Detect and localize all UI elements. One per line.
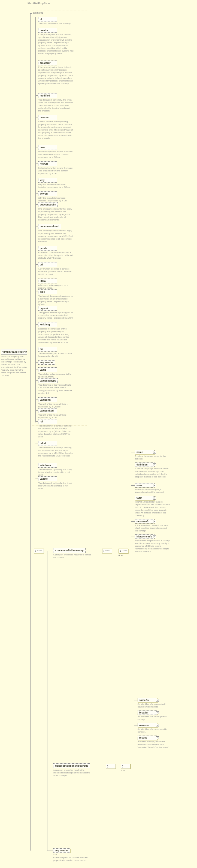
- element-node: hierarchyInfo+: [135, 534, 155, 539]
- element-note[interactable]: note+Additional natural language informa…: [135, 483, 170, 494]
- attribute-node: valueunit: [38, 397, 57, 402]
- element-hierarchyInfo[interactable]: hierarchyInfo+Represents the position of…: [135, 534, 170, 553]
- element-node: broader+: [138, 711, 157, 715]
- expand-icon[interactable]: +: [153, 520, 156, 523]
- attributes-frame: attributes idThe local identifier of the…: [32, 11, 87, 426]
- attribute-creatoruri[interactable]: creatoruriIf the property value is not d…: [38, 61, 73, 85]
- attribute-validto[interactable]: validtoThe date (and, optionally, the ti…: [38, 476, 73, 490]
- attribute-typeuri[interactable]: typeuriThe type of the concept assigned …: [38, 306, 73, 319]
- attribute-pubconstraint[interactable]: pubconstraintOne or many constraints tha…: [38, 202, 73, 221]
- element-name[interactable]: name+A natural language name for the con…: [135, 450, 170, 460]
- attribute-node: id: [38, 17, 57, 22]
- connector: [27, 352, 32, 352]
- attribute-name: how: [40, 146, 56, 149]
- attribute-name: qcode: [40, 247, 56, 250]
- attribute-validfrom[interactable]: validfromThe date (and, optionally, the …: [38, 463, 73, 476]
- expand-icon[interactable]: +: [156, 699, 159, 702]
- connector: [47, 850, 53, 851]
- attribute-name: creator: [40, 29, 56, 32]
- element-name: note: [136, 484, 142, 487]
- attribute-uri[interactable]: uriA URI which identifies a concept - ei…: [38, 262, 73, 276]
- attribute-any---other[interactable]: any ##other: [38, 360, 55, 365]
- expand-icon[interactable]: +: [156, 711, 159, 714]
- attribute-custom[interactable]: customIf set to true the corresponding p…: [38, 115, 73, 140]
- attribute-node: literal: [38, 279, 57, 283]
- attribute-dir[interactable]: dirThe directionality of textual content…: [38, 347, 73, 358]
- root-element-node[interactable]: rightsInfoExtProperty Extension Property…: [1, 349, 27, 377]
- connector: [47, 551, 48, 850]
- expand-icon[interactable]: +: [156, 736, 159, 739]
- attribute-name: reluri: [40, 442, 56, 445]
- attribute-reluri[interactable]: reluriThe identifier of a concept defini…: [38, 441, 73, 457]
- attribute-howuri[interactable]: howuriIndicates by which means the value…: [38, 161, 73, 175]
- expand-icon[interactable]: +: [153, 497, 156, 500]
- attribute-modified[interactable]: modifiedThe date (and, optionally, the t…: [38, 93, 73, 112]
- expand-icon[interactable]: +: [153, 535, 156, 538]
- attribute-why[interactable]: whyWhy the metadata has been included - …: [38, 178, 73, 189]
- attribute-value[interactable]: valueThe related value (see more in the …: [38, 367, 73, 378]
- attribute-doc: Indicates by which means the value was e…: [38, 167, 73, 175]
- attribute-doc: A URI which identifies a concept - eithe…: [38, 268, 73, 276]
- attribute-qcode[interactable]: qcodeA qualified code which identifies a…: [38, 246, 73, 259]
- attribute-id[interactable]: idThe local identifier of the property.: [38, 17, 71, 25]
- attribute-doc: The date (and, optionally, the time) whe…: [38, 99, 73, 112]
- attribute-rel[interactable]: relThe identifier of a concept defining …: [38, 419, 73, 438]
- attribute-node: whyuri: [38, 191, 57, 196]
- attribute-whyuri[interactable]: whyuriWhy the metadata has been included…: [38, 191, 73, 202]
- element-definition[interactable]: definition+A natural language definition…: [135, 463, 170, 478]
- element-sameAs[interactable]: sameAs+An identifier of a concept with e…: [138, 698, 173, 708]
- element-remoteInfo[interactable]: remoteInfo+A link to an item or a web re…: [135, 519, 170, 532]
- attribute-creator[interactable]: creatorIf the property value is not defi…: [38, 28, 73, 55]
- attribute-valueunit[interactable]: valueunitThe unit of the value attribute…: [38, 397, 73, 408]
- concept-definition-group-node[interactable]: ConceptDefinitionGroup A group of proper…: [53, 548, 92, 559]
- connector: [128, 551, 131, 551]
- attribute-node: how: [38, 145, 57, 150]
- attribute-node: value: [38, 367, 57, 372]
- expand-icon[interactable]: +: [153, 463, 156, 466]
- element-doc: An identifier of a more specific concept…: [138, 728, 173, 733]
- attribute-node: validto: [38, 476, 57, 481]
- expand-icon[interactable]: +: [153, 484, 156, 487]
- connector: [131, 450, 132, 652]
- attribute-doc: The local identifier of the property.: [38, 22, 71, 25]
- occurrence: 0..∞: [53, 853, 89, 856]
- attribute-valuedatatype[interactable]: valuedatatypeThe datatype of the value a…: [38, 378, 73, 395]
- expand-icon[interactable]: +: [153, 451, 156, 454]
- sequence-indicator: [34, 549, 44, 554]
- element-related[interactable]: related+A related concept, where the rel…: [138, 736, 173, 749]
- element-node: name+: [135, 450, 155, 454]
- attribute-node: rel: [38, 419, 57, 424]
- group-name: ConceptDefinitionGroup: [55, 549, 84, 552]
- attribute-node: modified: [38, 93, 57, 98]
- attribute-valueunituri[interactable]: valueunituriThe unit of the value attrib…: [38, 408, 73, 419]
- element-facet[interactable]: facet+In NAR 1.8 and later, facet is dep…: [135, 496, 170, 517]
- attribute-node: qcode: [38, 246, 57, 251]
- attribute-how[interactable]: howIndicates by which means the value wa…: [38, 145, 73, 159]
- concept-relationships-group-node[interactable]: ConceptRelationshipsGroup A group of pro…: [53, 763, 92, 777]
- sequence-indicator: [106, 764, 116, 769]
- attribute-node: dir: [38, 347, 57, 351]
- any-label: any ##other: [53, 848, 70, 853]
- attribute-doc: The identifier of a concept defining the…: [38, 446, 73, 457]
- element-name: narrower: [139, 724, 150, 726]
- attribute-node: creatoruri: [38, 61, 57, 65]
- element-node: facet+: [135, 496, 155, 500]
- attribute-name: valueunituri: [40, 409, 56, 412]
- element-broader[interactable]: broader+An identifier of a more generic …: [138, 711, 173, 721]
- attribute-name: dir: [40, 348, 56, 350]
- attribute-type[interactable]: typeThe type of the concept assigned as …: [38, 289, 73, 306]
- group-doc: A group of properites required to indica…: [53, 769, 92, 777]
- attribute-name: validfrom: [40, 464, 56, 467]
- any-other-extension[interactable]: any ##other 0..∞ Extension point for pro…: [53, 848, 89, 862]
- complex-type-label: Flex2ExtPropType: [28, 2, 50, 5]
- attribute-pubconstrainturi[interactable]: pubconstrainturiOne or many constraints …: [38, 224, 73, 243]
- element-narrower[interactable]: narrower+An identifier of a more specifi…: [138, 723, 173, 733]
- attribute-doc: One or many constraints that apply to pu…: [38, 229, 73, 243]
- attribute-doc: The type of the concept assigned as a co…: [38, 311, 73, 319]
- attribute-literal[interactable]: literalA free-text value assigned as a p…: [38, 279, 73, 289]
- attribute-node: valuedatatype: [38, 378, 58, 383]
- attribute-xml-lang[interactable]: xml:langSpecifies the language of this p…: [38, 322, 73, 344]
- attribute-name: rel: [40, 420, 56, 423]
- expand-icon[interactable]: +: [156, 724, 159, 727]
- element-doc: A link to an item or a web resource whic…: [135, 524, 170, 532]
